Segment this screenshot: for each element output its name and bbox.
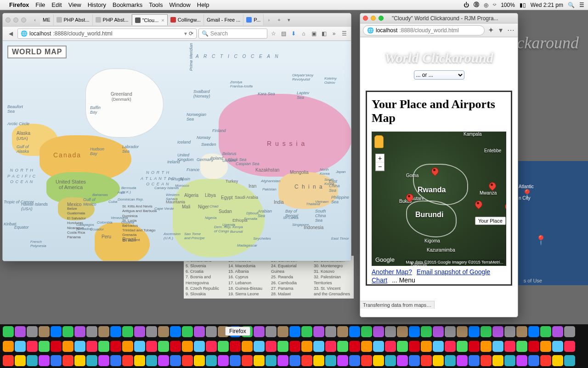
dock-app-icon[interactable] <box>504 355 515 366</box>
dock-app-icon[interactable] <box>86 355 97 366</box>
dock-app-icon[interactable] <box>301 326 312 337</box>
dock-app-icon[interactable] <box>277 326 288 337</box>
dock-app-icon[interactable] <box>15 326 26 337</box>
reload-icon[interactable]: ⟳ <box>189 30 193 37</box>
close-tab-icon[interactable]: × <box>161 17 164 23</box>
dock-app-icon[interactable] <box>158 326 169 337</box>
menu-window[interactable]: Window <box>170 1 191 8</box>
dock-app-icon[interactable] <box>254 326 265 337</box>
dock-app-icon[interactable] <box>170 341 181 352</box>
menu-file[interactable]: File <box>35 1 45 8</box>
dock-app-icon[interactable] <box>134 341 145 352</box>
dock-app-icon[interactable] <box>445 341 456 352</box>
dock-app-icon[interactable] <box>528 341 539 352</box>
dock-app-icon[interactable] <box>361 341 372 352</box>
dock-app-icon[interactable] <box>122 355 133 366</box>
dock-app-icon[interactable] <box>552 326 563 337</box>
dock-app-icon[interactable] <box>564 355 575 366</box>
dock-app-icon[interactable] <box>98 341 109 352</box>
dock-app-icon[interactable] <box>62 355 74 366</box>
download-icon[interactable]: ⬇ <box>289 29 298 38</box>
clock[interactable]: Wed 2:21 pm <box>531 2 563 8</box>
dock-app-icon[interactable] <box>492 341 503 352</box>
dock-app-icon[interactable] <box>552 355 563 366</box>
tab[interactable]: Gmail - Free ... <box>204 14 243 25</box>
new-tab-button[interactable]: + <box>274 17 284 23</box>
tab-active[interactable]: "Clou...× <box>132 14 168 25</box>
wifi-icon[interactable]: ⌔ <box>493 2 496 8</box>
dock-app-icon[interactable] <box>457 341 468 352</box>
dock-app-icon[interactable] <box>86 326 97 337</box>
dock-app-icon[interactable] <box>361 355 372 366</box>
dock-app-icon[interactable] <box>552 341 563 352</box>
menu-help[interactable]: Help <box>197 1 209 8</box>
dock-app-icon[interactable] <box>182 326 193 337</box>
dock-app-icon[interactable] <box>15 341 26 352</box>
dock-app-icon[interactable] <box>421 341 432 352</box>
dock-app-icon[interactable] <box>3 341 14 352</box>
google-map[interactable]: +− Rwanda Burundi Kampala Entebbe Goma B… <box>372 132 506 266</box>
dock-app-icon[interactable] <box>158 355 169 366</box>
dock-app-icon[interactable] <box>528 326 539 337</box>
dock-app-icon[interactable] <box>469 355 480 366</box>
dock-app-icon[interactable] <box>481 341 492 352</box>
dock-app-icon[interactable] <box>170 355 181 366</box>
dock-app-icon[interactable] <box>313 326 324 337</box>
addon-icon[interactable]: ◧ <box>320 29 328 38</box>
dock-app-icon[interactable] <box>516 355 527 366</box>
dock-app-icon[interactable] <box>337 326 348 337</box>
zoom-in-button[interactable]: + <box>376 154 384 162</box>
dock-app-icon[interactable] <box>206 326 217 337</box>
dock-app-icon[interactable] <box>397 341 408 352</box>
dropdown-icon[interactable]: ▾ <box>497 26 505 34</box>
dock-app-icon[interactable] <box>564 341 575 352</box>
dock-app-icon[interactable] <box>397 355 408 366</box>
dock-app-icon[interactable] <box>277 355 288 366</box>
dock-app-icon[interactable] <box>516 326 527 337</box>
dock-app-icon[interactable] <box>373 341 384 352</box>
minimize-icon[interactable] <box>371 16 376 21</box>
menu-history[interactable]: History <box>88 1 106 8</box>
dock-app-icon[interactable] <box>122 341 133 352</box>
dock-app-icon[interactable] <box>15 355 26 366</box>
tab[interactable]: PHP Abst... <box>54 14 93 25</box>
bookmark-star-icon[interactable]: ☆ <box>269 29 277 38</box>
menu-tools[interactable]: Tools <box>149 1 163 8</box>
dock-app-icon[interactable] <box>62 326 74 337</box>
reader-icon[interactable]: ▤ <box>279 29 288 38</box>
dock-app-icon[interactable] <box>27 341 38 352</box>
toolbar-icon[interactable]: ⋯ <box>507 26 515 34</box>
dock-app-icon[interactable] <box>481 326 492 337</box>
dock-app-icon[interactable] <box>122 326 133 337</box>
dock-app-icon[interactable] <box>51 341 62 352</box>
tab[interactable]: PHP Abst... <box>93 14 132 25</box>
dock-app-icon[interactable] <box>51 355 62 366</box>
dock-app-icon[interactable] <box>337 341 348 352</box>
dock-app-icon[interactable] <box>266 326 277 337</box>
dock-app-icon[interactable] <box>86 341 97 352</box>
dock-app-icon[interactable] <box>385 355 396 366</box>
dock-app-icon[interactable] <box>397 326 408 337</box>
dock-app-icon[interactable] <box>433 341 444 352</box>
dock-app-icon[interactable] <box>3 355 14 366</box>
dock-app-icon[interactable] <box>433 326 444 337</box>
zoom-out-button[interactable]: − <box>376 162 384 171</box>
dock-app-icon[interactable] <box>492 326 503 337</box>
dock-app-icon[interactable] <box>146 341 157 352</box>
dock-app-icon[interactable] <box>409 326 420 337</box>
url-bar[interactable]: 🌐 localhost:8888/cloudy_world.html ▾ ⟳ <box>17 29 197 39</box>
dock-app-icon[interactable] <box>146 326 157 337</box>
dock-app-icon[interactable] <box>409 355 420 366</box>
dock-app-icon[interactable] <box>301 355 312 366</box>
dock-app-icon[interactable] <box>98 355 109 366</box>
dock-app-icon[interactable] <box>254 341 265 352</box>
dock-app-icon[interactable] <box>182 341 193 352</box>
dock-app-icon[interactable] <box>409 341 420 352</box>
dock-app-icon[interactable] <box>289 355 300 366</box>
dock-app-icon[interactable] <box>481 355 492 366</box>
dock-app-icon[interactable] <box>98 326 109 337</box>
dock-app-icon[interactable] <box>218 341 229 352</box>
dock-app-icon[interactable] <box>433 355 444 366</box>
dock-app-icon[interactable] <box>445 355 456 366</box>
dock-app-icon[interactable] <box>74 341 85 352</box>
